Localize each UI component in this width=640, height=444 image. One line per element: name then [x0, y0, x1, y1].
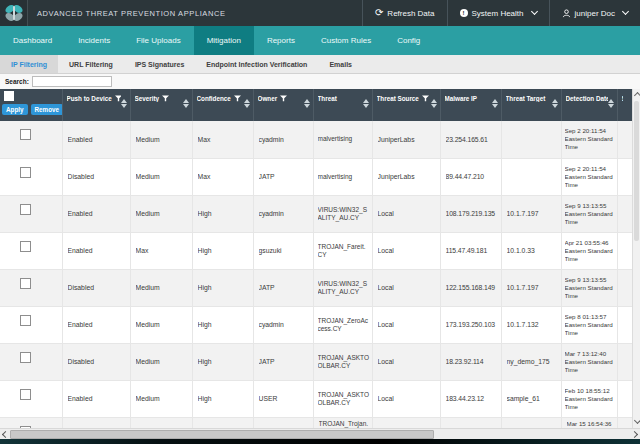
row-checkbox[interactable] — [20, 167, 31, 178]
row-select-cell — [0, 232, 62, 269]
nav-item-mitigation[interactable]: Mitigation — [194, 26, 254, 55]
cell-severity: Medium — [130, 195, 192, 232]
refresh-icon: ⟳ — [375, 8, 383, 18]
cell-severity — [130, 417, 192, 428]
cell-status — [617, 232, 632, 269]
nav-item-dashboard[interactable]: Dashboard — [0, 26, 65, 55]
row-checkbox[interactable] — [20, 278, 31, 289]
sort-arrows-icon[interactable] — [552, 99, 558, 108]
column-header-threat[interactable]: Threat — [313, 89, 372, 121]
scroll-left-icon[interactable] — [2, 430, 9, 437]
search-input[interactable] — [32, 76, 112, 87]
sort-arrows-icon[interactable] — [183, 99, 189, 108]
cell-threat-target — [501, 121, 561, 158]
cell-malware-ip: 115.47.49.181 — [440, 232, 501, 269]
table-row: EnabledMediumHighcyadminVIRUS:WIN32_SALI… — [0, 195, 632, 232]
column-header-confidence[interactable]: Confidence — [192, 89, 253, 121]
top-header-bar: ADVANCED THREAT PREVENTION APPLIANCE ⟳ R… — [0, 0, 640, 26]
horizontal-scroll-thumb[interactable] — [10, 430, 434, 439]
filter-funnel-icon[interactable] — [280, 95, 287, 102]
vertical-scroll-thumb[interactable] — [634, 101, 639, 241]
cell-malware-ip: 18.23.92.114 — [440, 343, 501, 380]
cell-owner: JATP — [253, 343, 313, 380]
tab-ips-signatures[interactable]: IPS Signatures — [124, 55, 195, 73]
cell-status — [617, 306, 632, 343]
column-header-threat-source[interactable]: Threat Source — [372, 89, 440, 121]
nav-item-incidents[interactable]: Incidents — [65, 26, 123, 55]
cell-status — [617, 158, 632, 195]
row-checkbox[interactable] — [20, 241, 31, 252]
filter-funnel-icon[interactable] — [234, 95, 241, 102]
scroll-down-icon[interactable] — [633, 417, 640, 424]
sort-arrows-icon[interactable] — [244, 99, 250, 108]
cell-push-to-device: Disabled — [62, 158, 130, 195]
column-header-severity[interactable]: Severity — [130, 89, 192, 121]
cell-push-to-device: Disabled — [62, 343, 130, 380]
cell-malware-ip: 183.44.23.12 — [440, 380, 501, 417]
subtab-bar: IP FilteringURL FilteringIPS SignaturesE… — [0, 55, 640, 74]
sort-arrows-icon[interactable] — [121, 99, 127, 108]
scroll-right-icon[interactable] — [631, 430, 638, 437]
tab-ip-filtering[interactable]: IP Filtering — [0, 55, 58, 73]
row-checkbox[interactable] — [20, 315, 31, 326]
cell-owner: cyadmin — [253, 195, 313, 232]
column-header-threat-target[interactable]: Threat Target — [501, 89, 561, 121]
row-checkbox[interactable] — [20, 129, 31, 140]
table-row: DisabledMediumHighJATPTROJAN_ASKTOOLBAR.… — [0, 343, 632, 380]
system-health-menu[interactable]: ! System Health — [447, 0, 549, 26]
cell-threat-source: JuniperLabs — [372, 158, 440, 195]
nav-item-config[interactable]: Config — [384, 26, 433, 55]
column-header-status[interactable]: Status — [617, 89, 632, 121]
cell-confidence: High — [192, 195, 253, 232]
cell-push-to-device: Enabled — [62, 306, 130, 343]
sort-arrows-icon[interactable] — [304, 99, 310, 108]
cell-status — [617, 417, 632, 428]
cell-malware-ip: 173.193.250.103 — [440, 306, 501, 343]
apply-button[interactable]: Apply — [2, 104, 28, 115]
cell-detection-date: Feb 10 18:55:12 Eastern Standard Time — [561, 380, 617, 417]
remove-button[interactable]: Remove — [31, 104, 63, 115]
nav-item-custom-rules[interactable]: Custom Rules — [308, 26, 384, 55]
cell-severity: Medium — [130, 306, 192, 343]
cell-severity: Medium — [130, 158, 192, 195]
row-checkbox[interactable] — [20, 352, 31, 363]
chevron-down-icon — [622, 8, 629, 15]
nav-item-file-uploads[interactable]: File Uploads — [123, 26, 193, 55]
sort-arrows-icon[interactable] — [363, 99, 369, 108]
select-all-checkbox[interactable] — [4, 91, 14, 101]
column-label: Threat — [318, 95, 337, 102]
column-header-push-to-device[interactable]: Push to Device — [62, 89, 130, 121]
column-label: Owner — [258, 95, 278, 102]
row-select-cell — [0, 306, 62, 343]
column-header-detection-date[interactable]: Detection Date — [561, 89, 617, 121]
tab-emails[interactable]: Emails — [318, 55, 363, 73]
cell-detection-date: Apr 21 03:55:46 Eastern Standard Time — [561, 232, 617, 269]
cell-push-to-device — [62, 417, 130, 428]
user-menu[interactable]: juniper Doc — [549, 0, 640, 26]
sort-arrows-icon[interactable] — [492, 99, 498, 108]
filter-funnel-icon[interactable] — [162, 95, 169, 102]
table-row: DisabledMediumHighJATPVIRUS:WIN32_SALITY… — [0, 269, 632, 306]
column-header-owner[interactable]: Owner — [253, 89, 313, 121]
sort-arrows-icon[interactable] — [608, 99, 614, 108]
cell-malware-ip: 89.44.47.210 — [440, 158, 501, 195]
cell-threat-source: Local — [372, 232, 440, 269]
row-checkbox[interactable] — [20, 389, 31, 400]
refresh-data-button[interactable]: ⟳ Refresh Data — [362, 0, 447, 26]
cell-threat-source — [372, 417, 440, 428]
tab-url-filtering[interactable]: URL Filtering — [58, 55, 124, 73]
nav-item-reports[interactable]: Reports — [254, 26, 308, 55]
row-checkbox[interactable] — [20, 204, 31, 215]
tab-endpoint-infection-verification[interactable]: Endpoint Infection Verification — [195, 55, 318, 73]
vertical-scrollbar[interactable] — [632, 89, 640, 428]
cell-threat-target: 10.1.7.132 — [501, 306, 561, 343]
cell-threat: malvertising — [313, 121, 372, 158]
cell-threat-target: 10.1.7.197 — [501, 269, 561, 306]
filter-funnel-icon[interactable] — [422, 95, 429, 102]
select-column-header: Apply Remove — [0, 89, 62, 121]
cell-confidence — [192, 417, 253, 428]
scroll-up-icon[interactable] — [633, 92, 640, 99]
sort-arrows-icon[interactable] — [431, 99, 437, 108]
horizontal-scrollbar[interactable] — [0, 428, 640, 439]
column-header-malware-ip[interactable]: Malware IP — [440, 89, 501, 121]
